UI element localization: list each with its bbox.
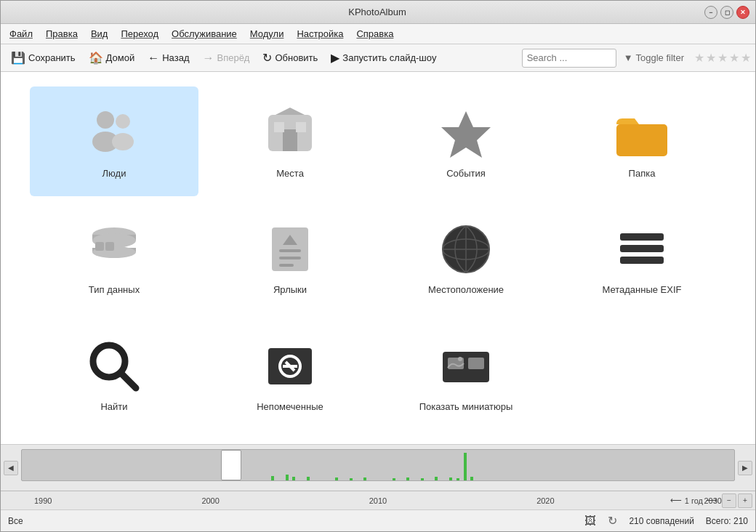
home-icon: 🏠 bbox=[89, 51, 103, 65]
svg-marker-8 bbox=[441, 111, 491, 158]
grid-item-location[interactable]: Местоположение bbox=[382, 203, 550, 313]
grid-item-datatype[interactable]: Тип данных bbox=[30, 203, 198, 313]
restore-button[interactable]: ◻ bbox=[720, 6, 733, 19]
axis-label-1990: 1990 bbox=[34, 496, 52, 505]
filter-icon: ▼ bbox=[624, 52, 633, 63]
filter-button[interactable]: ▼ Toggle filter bbox=[618, 49, 690, 66]
star-2[interactable]: ★ bbox=[706, 51, 716, 65]
total-count: Всего: 210 bbox=[706, 516, 748, 526]
menu-maintenance[interactable]: Обслуживание bbox=[166, 26, 243, 41]
timeline-bar bbox=[350, 478, 353, 480]
menu-edit[interactable]: Правка bbox=[40, 26, 84, 41]
star-3[interactable]: ★ bbox=[717, 51, 728, 65]
save-icon: 💾 bbox=[11, 51, 25, 65]
people-icon bbox=[85, 104, 143, 162]
refresh-button[interactable]: ↻ Обновить bbox=[257, 48, 323, 68]
window-controls: − ◻ ✕ bbox=[704, 6, 749, 19]
menu-bar: Файл Правка Вид Переход Обслуживание Мод… bbox=[1, 24, 755, 44]
svg-rect-6 bbox=[274, 122, 284, 132]
minimize-button[interactable]: − bbox=[704, 6, 717, 19]
folder-label: Папка bbox=[629, 168, 656, 179]
back-icon: ← bbox=[148, 52, 159, 65]
search-input[interactable] bbox=[527, 52, 611, 63]
menu-navigate[interactable]: Переход bbox=[115, 26, 164, 41]
grid-item-find[interactable]: Найти bbox=[30, 320, 198, 430]
menu-help[interactable]: Справка bbox=[350, 26, 399, 41]
timeline-bar bbox=[307, 477, 310, 480]
grid-item-places[interactable]: Места bbox=[206, 86, 374, 196]
grid-item-folder[interactable]: Папка bbox=[558, 86, 726, 196]
menu-plugins[interactable]: Модули bbox=[244, 26, 290, 41]
menu-settings[interactable]: Настройка bbox=[291, 26, 349, 41]
unlabeled-label: Непомеченные bbox=[257, 401, 323, 412]
timeline-bar bbox=[421, 478, 424, 480]
timeline-track bbox=[21, 449, 735, 481]
location-label: Местоположение bbox=[428, 284, 504, 295]
zoom-out-button[interactable]: − bbox=[722, 493, 736, 508]
folder-icon bbox=[613, 104, 671, 162]
timeline-thumb[interactable] bbox=[221, 450, 241, 480]
grid-item-labels[interactable]: Ярлыки bbox=[206, 203, 374, 313]
svg-rect-37 bbox=[468, 358, 484, 369]
save-button[interactable]: 💾 Сохранить bbox=[5, 48, 81, 68]
star-1[interactable]: ★ bbox=[694, 51, 704, 65]
timeline-bar bbox=[464, 453, 467, 480]
menu-view[interactable]: Вид bbox=[85, 26, 114, 41]
search-box[interactable] bbox=[522, 49, 616, 68]
main-window: KPhotoAlbum − ◻ ✕ Файл Правка Вид Перехо… bbox=[0, 0, 756, 532]
timeline-bar bbox=[393, 478, 395, 480]
axis-label-2020: 2020 bbox=[536, 496, 554, 505]
find-icon bbox=[85, 337, 143, 395]
svg-line-30 bbox=[121, 374, 136, 388]
timeline-axis: 1990 2000 2010 2020 2030 ⟵ 1 год ⟶ − + bbox=[1, 491, 755, 509]
zoom-in-button[interactable]: + bbox=[738, 493, 752, 508]
star-4[interactable]: ★ bbox=[729, 51, 739, 65]
grid-item-events[interactable]: События bbox=[382, 86, 550, 196]
svg-rect-5 bbox=[283, 129, 297, 151]
status-all: Все bbox=[8, 516, 573, 526]
axis-label-2000: 2000 bbox=[201, 496, 219, 505]
timeline-area: ◀ ▶ 1990 2000 2010 2020 bbox=[1, 444, 755, 509]
grid-item-people[interactable]: Люди bbox=[30, 86, 198, 196]
svg-rect-21 bbox=[279, 264, 294, 267]
grid-item-thumbnails[interactable]: Показать миниатюры bbox=[382, 320, 550, 430]
rating-stars[interactable]: ★ ★ ★ ★ ★ bbox=[694, 51, 751, 65]
svg-point-3 bbox=[112, 133, 134, 150]
status-right: 🖼 ↻ 210 совпадений Всего: 210 bbox=[584, 514, 748, 528]
svg-rect-26 bbox=[620, 233, 664, 241]
exif-icon bbox=[613, 220, 671, 278]
back-button[interactable]: ← Назад bbox=[142, 49, 195, 68]
slideshow-button[interactable]: ▶ Запустить слайд-шоу bbox=[325, 48, 442, 68]
svg-rect-15 bbox=[95, 242, 104, 251]
star-5[interactable]: ★ bbox=[741, 51, 751, 65]
menu-file[interactable]: Файл bbox=[4, 26, 39, 41]
thumbnails-label: Показать миниатюры bbox=[419, 401, 513, 412]
svg-rect-19 bbox=[279, 249, 301, 252]
people-label: Люди bbox=[102, 168, 126, 179]
timeline-bar bbox=[470, 477, 473, 480]
events-icon bbox=[437, 104, 495, 162]
find-label: Найти bbox=[100, 401, 127, 412]
home-button[interactable]: 🏠 Домой bbox=[83, 48, 141, 68]
timeline-bar bbox=[363, 477, 366, 480]
svg-rect-16 bbox=[105, 242, 114, 251]
axis-label-2010: 2010 bbox=[369, 496, 387, 505]
timeline-bar bbox=[286, 475, 289, 480]
timeline-scroll-left[interactable]: ◀ bbox=[4, 461, 18, 475]
refresh-icon: ↻ bbox=[262, 51, 272, 65]
grid-item-exif[interactable]: Метаданные EXIF bbox=[558, 203, 726, 313]
close-button[interactable]: ✕ bbox=[736, 6, 749, 19]
title-bar: KPhotoAlbum − ◻ ✕ bbox=[1, 1, 755, 24]
events-label: События bbox=[446, 168, 486, 179]
places-label: Места bbox=[276, 168, 304, 179]
timeline-scroll-right[interactable]: ▶ bbox=[738, 461, 752, 475]
window-title: KPhotoAlbum bbox=[50, 7, 704, 17]
svg-point-38 bbox=[458, 357, 462, 361]
arrow-left-icon: ⟵ bbox=[670, 496, 682, 505]
labels-icon bbox=[261, 220, 319, 278]
svg-point-0 bbox=[97, 111, 114, 129]
grid-item-unlabeled[interactable]: Непомеченные bbox=[206, 320, 374, 430]
forward-button[interactable]: → Вперёд bbox=[196, 49, 255, 68]
timeline-bar bbox=[457, 478, 459, 480]
timeline-bar bbox=[406, 477, 409, 480]
